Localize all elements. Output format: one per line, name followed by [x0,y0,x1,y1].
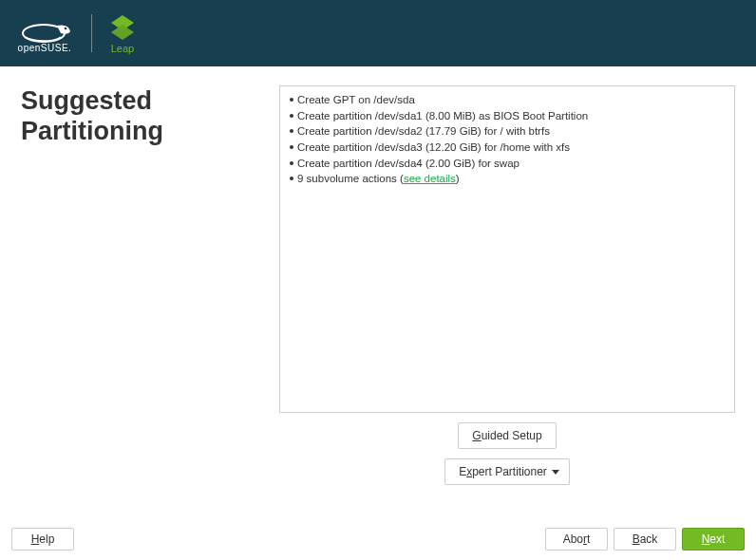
leap-text: Leap [111,43,134,54]
subvolume-prefix: 9 subvolume actions ( [297,173,404,184]
label-rest: ack [640,532,658,546]
subvolume-suffix: ) [456,173,460,184]
label-pre: Abo [563,532,583,546]
abort-button[interactable]: Abort [545,528,608,551]
label-rest: elp [39,532,54,546]
label-rest: ext [709,532,725,546]
guided-setup-button[interactable]: Guided Setup [458,422,556,449]
mnemonic: H [31,532,40,546]
mnemonic: B [633,532,640,546]
see-details-link[interactable]: see details [404,173,456,184]
sidebar: Suggested Partitioning [21,85,279,522]
next-button[interactable]: Next [682,528,745,551]
svg-point-1 [65,27,67,29]
action-item: Create partition /dev/sda3 (12.20 GiB) f… [290,140,725,156]
action-item: Create GPT on /dev/sda [290,92,725,108]
label-rest: pert Partitioner [472,465,547,478]
footer-bar: Help Abort Back Next [0,522,756,560]
main-area: Create GPT on /dev/sda Create partition … [279,85,735,522]
opensuse-logo: openSUSE. [15,9,74,57]
mnemonic: N [702,532,710,546]
back-button[interactable]: Back [614,528,676,551]
content-area: Suggested Partitioning Create GPT on /de… [0,66,756,522]
label-rest: t [587,532,590,546]
chevron-down-icon [552,470,559,475]
actions-panel: Create GPT on /dev/sda Create partition … [279,85,735,413]
header-bar: openSUSE. Leap [0,0,756,66]
below-panel: Guided Setup Expert Partitioner [279,413,735,485]
expert-partitioner-button[interactable]: Expert Partitioner [444,458,570,485]
actions-list: Create GPT on /dev/sda Create partition … [290,92,725,187]
action-item: Create partition /dev/sda1 (8.00 MiB) as… [290,108,725,124]
mnemonic: G [472,429,481,442]
label-rest: uided Setup [482,429,542,442]
leap-logo: Leap [109,13,136,54]
page-title: Suggested Partitioning [21,85,279,147]
label-pre: E [459,465,466,478]
help-button[interactable]: Help [11,528,74,551]
action-item: Create partition /dev/sda2 (17.79 GiB) f… [290,123,725,140]
action-item: Create partition /dev/sda4 (2.00 GiB) fo… [290,156,725,172]
opensuse-text: openSUSE. [18,43,72,53]
header-divider [91,14,92,52]
action-item-subvolume: 9 subvolume actions (see details) [290,171,725,187]
